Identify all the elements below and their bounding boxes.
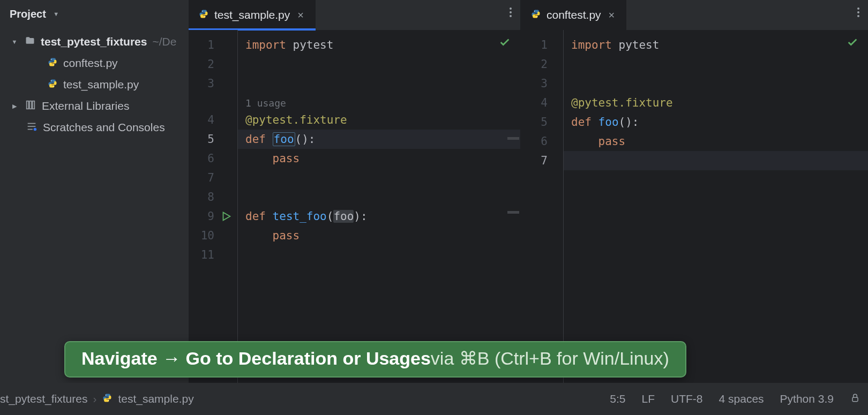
breadcrumb-segment[interactable]: test_sample.py [118,393,193,405]
svg-point-11 [202,11,203,12]
code-line: def foo(): [571,112,639,132]
editor-split: test_sample.py × 1 2 3 4 5 6 7 8 9 10 [189,0,868,383]
usages-hint[interactable]: 1 usage [245,93,286,112]
line-number: 7 [189,168,238,187]
line-number: 7 [521,151,564,170]
tab-menu-button[interactable] [857,7,859,17]
breadcrumbs[interactable]: st_pytest_fixtures › test_sample.py [0,393,194,406]
file-row-test-sample[interactable]: test_sample.py [0,74,189,95]
file-row-conftest[interactable]: conftest.py [0,52,189,74]
tab-menu-button[interactable] [510,7,512,17]
line-number: 10 [189,226,238,245]
chevron-right-icon: › [93,393,96,405]
folder-icon [25,35,35,49]
python-file-icon [47,78,58,92]
svg-rect-4 [27,101,29,109]
editor-pane-right: conftest.py × 1 2 3 4 5 6 7 import pyt [520,0,868,383]
gutter-right: 1 2 3 4 5 6 7 [521,30,564,383]
line-number: 4 [189,110,238,130]
minimap-marker [507,137,519,140]
line-number: 5 [189,130,238,149]
code-line: pass [245,226,300,245]
tip-shortcut: via ⌘B (Ctrl+B for Win/Linux) [431,348,669,369]
gutter-left: 1 2 3 4 5 6 7 8 9 10 11 [189,30,238,383]
indent-setting[interactable]: 4 spaces [719,393,764,405]
inspection-ok-icon[interactable] [499,36,511,51]
line-number: 6 [189,149,238,168]
svg-point-14 [537,16,538,17]
code-line: def foo(): [245,130,315,149]
code-content-left[interactable]: import pytest 1 usage @pytest.fixture de… [238,30,520,383]
code-editor-left[interactable]: 1 2 3 4 5 6 7 8 9 10 11 [189,30,520,383]
code-content-right[interactable]: import pytest @pytest.fixture def foo():… [564,30,868,383]
tab-bar-left: test_sample.py × [189,0,520,30]
run-test-icon[interactable] [220,210,232,222]
tab-label: conftest.py [547,9,601,21]
code-line: pass [571,132,625,151]
svg-point-2 [51,80,52,81]
tab-bar-right: conftest.py × [521,0,868,30]
project-path: ~/De [152,35,176,48]
code-line: pass [245,149,300,168]
project-title: Project [10,8,46,20]
scratches-label: Scratches and Consoles [43,121,165,134]
file-label: test_sample.py [63,78,139,91]
editor-pane-left: test_sample.py × 1 2 3 4 5 6 7 8 9 10 [189,0,520,383]
chevron-down-icon [51,11,61,17]
line-number: 3 [521,74,564,93]
external-libraries-row[interactable]: External Libraries [0,95,189,117]
tip-banner: Navigate → Go to Declaration or Usages v… [64,341,686,378]
chevron-right-icon [10,103,19,110]
tip-action: Navigate → Go to Declaration or Usages [81,348,431,369]
svg-point-16 [108,400,109,401]
code-line: def test_foo(foo): [245,207,368,226]
project-root-row[interactable]: test_pytest_fixtures ~/De [0,31,189,52]
breadcrumb-segment[interactable]: st_pytest_fixtures [0,393,87,405]
line-number: 4 [521,93,564,112]
line-number: 5 [521,112,564,132]
line-number: 11 [189,245,238,265]
project-header[interactable]: Project [0,0,189,28]
code-line: import pytest [245,35,333,55]
inspection-ok-icon[interactable] [847,36,858,51]
python-file-icon [530,9,541,22]
scratches-row[interactable]: Scratches and Consoles [0,117,189,138]
svg-point-10 [34,127,36,131]
scratches-icon [26,120,38,135]
code-line: @pytest.fixture [571,93,673,112]
code-editor-right[interactable]: 1 2 3 4 5 6 7 import pytest @pytest.fixt… [521,30,868,383]
svg-point-3 [54,86,55,87]
line-number: 2 [521,55,564,74]
python-file-icon [47,57,58,70]
tab-conftest[interactable]: conftest.py × [521,0,626,30]
line-number: 6 [521,132,564,151]
svg-point-12 [205,16,206,17]
python-file-icon [198,9,209,22]
minimap-marker [507,211,519,214]
chevron-down-icon [10,39,19,45]
line-number: 2 [189,55,238,74]
line-number: 1 [521,35,564,55]
file-encoding[interactable]: UTF-8 [671,393,703,405]
file-label: conftest.py [63,57,118,70]
library-icon [25,99,36,114]
status-bar: st_pytest_fixtures › test_sample.py 5:5 … [0,383,868,415]
line-separator[interactable]: LF [642,393,655,405]
svg-point-0 [51,59,52,60]
svg-rect-5 [29,101,32,109]
tab-test-sample[interactable]: test_sample.py × [189,0,316,30]
svg-point-1 [54,64,55,65]
close-icon[interactable]: × [607,9,617,21]
project-tree: test_pytest_fixtures ~/De conftest.py te… [0,28,189,138]
status-right: 5:5 LF UTF-8 4 spaces Python 3.9 [610,393,860,406]
project-tool-window: Project test_pytest_fixtures ~/De confte… [0,0,189,383]
project-name: test_pytest_fixtures [41,35,147,48]
line-number: 1 [189,35,238,55]
code-line: @pytest.fixture [245,110,347,130]
code-line: import pytest [571,35,659,55]
caret-position[interactable]: 5:5 [610,393,625,405]
close-icon[interactable]: × [295,9,306,21]
readonly-lock-icon[interactable] [850,393,860,406]
line-number: 8 [189,187,238,207]
python-interpreter[interactable]: Python 3.9 [780,393,834,405]
